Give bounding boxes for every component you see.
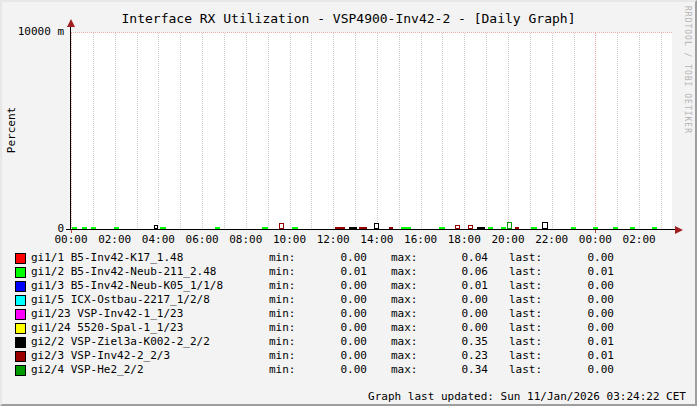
legend-max-value: 0.01: [418, 279, 488, 293]
legend-max-value: 0.00: [418, 293, 488, 307]
legend-min-value: 0.00: [295, 363, 367, 377]
legend-last-label: last:: [488, 279, 542, 293]
legend-row: gi1/3 B5-Inv42-Neub-K05_1/1/8min:0.00max…: [15, 279, 614, 293]
grid-line: [574, 33, 575, 230]
legend-row: gi1/23 VSP-Inv42-1_1/23min:0.00max:0.00l…: [15, 307, 614, 321]
x-tick-label: 10:00: [268, 233, 312, 246]
legend-swatch-cell: [15, 309, 31, 320]
legend-last-value: 0.00: [542, 321, 614, 335]
grid-line: [202, 33, 203, 230]
legend-swatch: [15, 323, 26, 334]
grid-line: [486, 33, 487, 230]
legend-label: gi2/4 VSP-He2_2/2: [31, 363, 269, 377]
legend-max-label: max:: [367, 265, 418, 279]
x-tick-label: 00:00: [573, 233, 617, 246]
legend-label: gi1/3 B5-Inv42-Neub-K05_1/1/8: [31, 279, 269, 293]
legend-row: gi2/3 VSP-Inv42-2_2/3min:0.00max:0.23las…: [15, 349, 614, 363]
grid-line: [180, 33, 181, 230]
grid-line: [595, 33, 596, 230]
legend-swatch-cell: [15, 351, 31, 362]
grid-line: [246, 33, 247, 230]
legend-swatch-cell: [15, 295, 31, 306]
x-tick-label: 12:00: [311, 233, 355, 246]
legend-last-value: 0.00: [542, 279, 614, 293]
midnight-tick: [71, 230, 72, 233]
legend-min-label: min:: [269, 265, 295, 279]
legend-label: gi1/23 VSP-Inv42-1_1/23: [31, 307, 269, 321]
legend-max-value: 0.00: [418, 321, 488, 335]
data-spike: [507, 222, 512, 229]
grid-line: [464, 33, 465, 230]
legend-min-value: 0.00: [295, 307, 367, 321]
legend-label: gi2/2 VSP-Ziel3a-K002-2_2/2: [31, 335, 269, 349]
grid-line: [552, 33, 553, 230]
y-axis-arrow-icon: [67, 19, 75, 27]
legend-label: gi1/2 B5-Inv42-Neub-211_2.48: [31, 265, 269, 279]
legend-swatch-cell: [15, 323, 31, 334]
legend-row: gi1/2 B5-Inv42-Neub-211_2.48min:0.01max:…: [15, 265, 614, 279]
legend-swatch-cell: [15, 337, 31, 348]
legend-last-value: 0.00: [542, 363, 614, 377]
data-spike: [542, 222, 548, 229]
legend-min-label: min:: [269, 307, 295, 321]
legend-max-label: max:: [367, 251, 418, 265]
x-tick-label: 16:00: [399, 233, 443, 246]
legend-row: gi1/5 ICX-Ostbau-2217_1/2/8min:0.00max:0…: [15, 293, 614, 307]
legend-label: gi1/5 ICX-Ostbau-2217_1/2/8: [31, 293, 269, 307]
legend-last-label: last:: [488, 265, 542, 279]
legend-row: gi1/1 B5-Inv42-K17_1.48min:0.00max:0.04l…: [15, 251, 614, 265]
legend-row: gi2/2 VSP-Ziel3a-K002-2_2/2min:0.00max:0…: [15, 335, 614, 349]
legend-swatch-cell: [15, 267, 31, 278]
x-tick-label: 00:00: [49, 233, 93, 246]
x-tick-label: 14:00: [355, 233, 399, 246]
legend-last-label: last:: [488, 363, 542, 377]
legend-max-label: max:: [367, 363, 418, 377]
legend-max-value: 0.23: [418, 349, 488, 363]
legend-last-label: last:: [488, 335, 542, 349]
legend-last-value: 0.01: [542, 265, 614, 279]
grid-line: [268, 33, 269, 230]
grid-line: [377, 33, 378, 230]
legend-min-label: min:: [269, 335, 295, 349]
legend-swatch-cell: [15, 253, 31, 264]
y-tick-label-top: 10000 m: [2, 25, 64, 38]
legend-swatch-cell: [15, 281, 31, 292]
legend-swatch: [15, 337, 26, 348]
grid-line: [355, 33, 356, 230]
grid-line: [311, 33, 312, 230]
legend-swatch: [15, 281, 26, 292]
x-axis-line: [66, 229, 675, 230]
legend-swatch: [15, 351, 26, 362]
legend-label: gi1/1 B5-Inv42-K17_1.48: [31, 251, 269, 265]
legend-max-value: 0.34: [418, 363, 488, 377]
grid-line: [224, 33, 225, 230]
legend-min-label: min:: [269, 321, 295, 335]
legend-min-label: min:: [269, 279, 295, 293]
legend-max-value: 0.35: [418, 335, 488, 349]
legend-label: gi2/3 VSP-Inv42-2_2/3: [31, 349, 269, 363]
legend-max-value: 0.06: [418, 265, 488, 279]
legend-min-label: min:: [269, 293, 295, 307]
grid-line: [137, 33, 138, 230]
midnight-tick: [595, 230, 596, 233]
legend-min-value: 0.00: [295, 251, 367, 265]
legend-last-label: last:: [488, 321, 542, 335]
grid-line: [508, 33, 509, 230]
grid-line: [617, 33, 618, 230]
legend-last-label: last:: [488, 251, 542, 265]
rrdtool-graph-panel: Interface RX Utilization - VSP4900-Inv42…: [0, 0, 697, 406]
legend: gi1/1 B5-Inv42-K17_1.48min:0.00max:0.04l…: [15, 251, 614, 377]
legend-swatch: [15, 365, 26, 376]
legend-min-value: 0.00: [295, 321, 367, 335]
x-tick-label: 06:00: [180, 233, 224, 246]
x-axis-arrow-icon: [675, 226, 683, 234]
legend-max-label: max:: [367, 279, 418, 293]
legend-max-label: max:: [367, 307, 418, 321]
x-tick-label: 04:00: [136, 233, 180, 246]
legend-max-value: 0.04: [418, 251, 488, 265]
legend-last-value: 0.01: [542, 335, 614, 349]
legend-swatch: [15, 253, 26, 264]
legend-min-label: min:: [269, 363, 295, 377]
x-tick-label: 08:00: [224, 233, 268, 246]
legend-last-value: 0.01: [542, 349, 614, 363]
